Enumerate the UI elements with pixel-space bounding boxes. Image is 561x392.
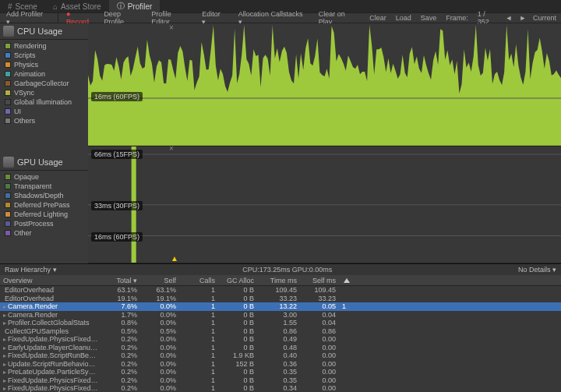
- color-swatch: [5, 99, 11, 105]
- color-swatch: [5, 192, 11, 199]
- table-row[interactable]: ▸FixedUpdate.PhysicsFixedUpdate0.2%0.0%1…: [0, 384, 561, 392]
- legend-label: PostProcess: [14, 220, 54, 228]
- table-row[interactable]: ▸Camera.Render1.7%0.0%10 B3.000.04: [0, 311, 561, 320]
- table-row[interactable]: ▸Profiler.CollectGlobalStats0.8%0.0%10 B…: [0, 319, 561, 327]
- gpu-legend-item[interactable]: PostProcess: [0, 219, 88, 228]
- expand-icon[interactable]: ▸: [3, 369, 6, 376]
- current-button[interactable]: Current: [528, 14, 561, 22]
- expand-icon[interactable]: ▸: [3, 385, 6, 392]
- gpu-fps-label-60: 16ms (60FPS): [91, 232, 143, 242]
- frame-label: Frame:: [441, 14, 473, 22]
- clear-button[interactable]: Clear: [365, 14, 391, 22]
- color-swatch: [5, 108, 11, 115]
- gpu-legend-item[interactable]: Transparent: [0, 182, 88, 191]
- table-row[interactable]: ▸Camera.Render7.6%0.0%10 B13.220.051: [0, 302, 561, 311]
- hash-icon: #: [8, 2, 12, 11]
- cpu-chart[interactable]: 16ms (60FPS): [88, 23, 561, 147]
- gpu-legend-item[interactable]: Opaque: [0, 172, 88, 182]
- prev-frame-button[interactable]: ◄: [503, 14, 514, 22]
- cpu-legend-item[interactable]: GarbageCollector: [0, 79, 88, 88]
- col-calls[interactable]: Calls: [179, 277, 218, 284]
- table-row[interactable]: ▸FixedUpdate.PhysicsFixedUpdate0.2%0.0%1…: [0, 335, 561, 344]
- color-swatch: [5, 202, 11, 208]
- color-swatch: [5, 52, 11, 58]
- expand-icon[interactable]: ▸: [3, 303, 6, 310]
- expand-icon[interactable]: ▸: [3, 377, 6, 384]
- cpu-legend-item[interactable]: Global Illumination: [0, 97, 88, 107]
- gpu-chart[interactable]: 66ms (15FPS) 33ms (30FPS) 16ms (60FPS) ▲: [88, 147, 561, 263]
- gpu-panel-close[interactable]: ×: [169, 144, 174, 153]
- legend-label: Global Illumination: [14, 98, 72, 106]
- cpu-legend-item[interactable]: VSync: [0, 88, 88, 97]
- table-row[interactable]: EditorOverhead63.1%63.1%10 B109.45109.45: [0, 286, 561, 295]
- legend-label: Physics: [14, 61, 38, 69]
- cpu-legend-item[interactable]: Others: [0, 116, 88, 125]
- table-row[interactable]: ▸FixedUpdate.ScriptRunBehaviourFixedUpda…: [0, 351, 561, 360]
- color-swatch: [5, 174, 11, 180]
- color-swatch: [5, 230, 11, 236]
- col-time-ms[interactable]: Time ms: [257, 277, 300, 284]
- col-self[interactable]: Self: [140, 277, 179, 284]
- table-row[interactable]: CollectGPUSamples0.5%0.5%10 B0.860.86: [0, 327, 561, 336]
- gpu-legend-item[interactable]: Shadows/Depth: [0, 191, 88, 200]
- gpu-panel-header[interactable]: GPU Usage: [0, 154, 88, 171]
- table-row[interactable]: EditorOverhead19.1%19.1%10 B33.2333.23: [0, 295, 561, 303]
- gpu-fps-label-30: 33ms (30FPS): [91, 201, 143, 210]
- legend-label: Shadows/Depth: [14, 192, 64, 200]
- save-button[interactable]: Save: [416, 14, 442, 22]
- color-swatch: [5, 43, 11, 49]
- expand-icon[interactable]: ▸: [3, 312, 6, 319]
- color-swatch: [5, 80, 11, 87]
- table-row[interactable]: ▸EarlyUpdate.PlayerCleanupCachedData0.2%…: [0, 344, 561, 352]
- color-swatch: [5, 71, 11, 77]
- gpu-fps-label-15: 66ms (15FPS): [91, 150, 143, 159]
- legend-label: Opaque: [14, 173, 39, 181]
- details-dropdown[interactable]: No Details ▾: [518, 266, 556, 274]
- gpu-legend-item[interactable]: Deferred Lighting: [0, 210, 88, 219]
- table-row[interactable]: ▸Update.ScriptRunBehaviourUpdate0.2%0.0%…: [0, 360, 561, 369]
- color-swatch: [5, 183, 11, 189]
- expand-icon[interactable]: ▸: [3, 361, 6, 368]
- gpu-legend-item[interactable]: Deferred PrePass: [0, 200, 88, 210]
- table-row[interactable]: ▸PreLateUpdate.ParticleSystemBeginUpdate…: [0, 368, 561, 376]
- cpu-legend-item[interactable]: UI: [0, 107, 88, 116]
- legend-label: Animation: [14, 70, 45, 78]
- cpu-legend-item[interactable]: Scripts: [0, 51, 88, 60]
- legend-label: Rendering: [14, 42, 47, 50]
- cpu-legend-item[interactable]: Physics: [0, 60, 88, 69]
- next-frame-button[interactable]: ►: [517, 14, 528, 22]
- cpu-legend-item[interactable]: Rendering: [0, 41, 88, 51]
- gpu-legend-item[interactable]: Other: [0, 228, 88, 238]
- legend-label: Deferred Lighting: [14, 210, 68, 218]
- table-row[interactable]: ▸FixedUpdate.PhysicsFixedUpdate0.2%0.0%1…: [0, 376, 561, 385]
- cpu-panel-close[interactable]: ×: [169, 23, 174, 32]
- expand-icon[interactable]: ▸: [3, 336, 6, 343]
- cpu-panel-header[interactable]: CPU Usage: [0, 23, 88, 40]
- color-swatch: [5, 211, 11, 217]
- store-icon: ⌂: [53, 2, 58, 11]
- col-gc-alloc[interactable]: GC Alloc: [218, 277, 257, 284]
- legend-label: Scripts: [14, 51, 36, 59]
- legend-label: Others: [14, 117, 35, 125]
- expand-icon[interactable]: ▸: [3, 344, 6, 351]
- hierarchy-mode-dropdown[interactable]: Raw Hierarchy ▾: [5, 266, 57, 274]
- col-sort[interactable]: [339, 277, 370, 284]
- cpu-fps-label: 16ms (60FPS): [91, 92, 143, 101]
- cpu-legend-item[interactable]: Animation: [0, 69, 88, 79]
- legend-label: UI: [14, 108, 21, 115]
- col-self-ms[interactable]: Self ms: [300, 277, 339, 284]
- load-button[interactable]: Load: [391, 14, 416, 22]
- timing-summary: CPU:173.25ms GPU:0.00ms: [242, 266, 332, 274]
- col-total[interactable]: Total ▾: [101, 277, 140, 284]
- color-swatch: [5, 221, 11, 227]
- grid-header[interactable]: Overview Total ▾ Self Calls GC Alloc Tim…: [0, 275, 561, 286]
- expand-icon[interactable]: ▸: [3, 320, 6, 327]
- expand-icon[interactable]: ▸: [3, 352, 6, 359]
- legend-label: Other: [14, 229, 32, 237]
- cpu-panel-title: CPU Usage: [17, 26, 62, 36]
- frame-cursor[interactable]: ▲: [171, 254, 178, 263]
- col-overview[interactable]: Overview: [0, 277, 101, 284]
- color-swatch: [5, 62, 11, 68]
- gpu-panel-title: GPU Usage: [17, 157, 63, 167]
- gpu-icon: [3, 157, 14, 168]
